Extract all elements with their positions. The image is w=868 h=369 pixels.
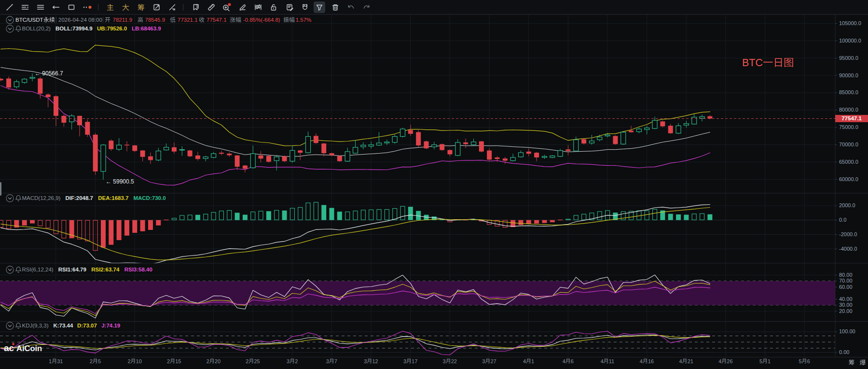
candle[interactable]	[101, 144, 106, 180]
lock-open-tool-button[interactable]	[268, 1, 279, 13]
alert-bell-icon[interactable]	[15, 25, 22, 32]
candle[interactable]	[274, 155, 279, 170]
candle[interactable]	[22, 78, 27, 84]
candle[interactable]	[132, 145, 137, 152]
collapse-chevron-icon[interactable]	[6, 322, 14, 330]
collapse-chevron-icon[interactable]	[6, 25, 14, 33]
candle[interactable]	[526, 148, 531, 156]
candle[interactable]	[503, 157, 508, 164]
rectangle-tool-button[interactable]	[66, 1, 77, 13]
candle[interactable]	[424, 141, 429, 149]
candle[interactable]	[621, 131, 626, 145]
candle[interactable]	[369, 142, 373, 148]
candle[interactable]	[85, 119, 90, 137]
candle[interactable]	[676, 123, 681, 134]
candle[interactable]	[581, 139, 586, 144]
candle[interactable]	[243, 165, 248, 172]
time-axis[interactable]: 1312521021522022532373123173223274146411…	[49, 358, 866, 366]
candle[interactable]	[471, 139, 476, 145]
candle[interactable]	[455, 139, 460, 156]
pen-tool-button[interactable]	[237, 1, 248, 13]
candle[interactable]	[250, 145, 255, 169]
candle[interactable]	[6, 76, 11, 89]
candle[interactable]	[432, 142, 437, 149]
candle[interactable]	[377, 132, 382, 146]
candle[interactable]	[77, 116, 82, 137]
candle[interactable]	[645, 126, 649, 134]
candle[interactable]	[400, 128, 405, 138]
candle[interactable]	[448, 150, 453, 156]
more-dots-tool-button[interactable]	[82, 1, 93, 13]
candle[interactable]	[574, 137, 579, 152]
candle[interactable]	[668, 124, 673, 134]
candle[interactable]	[487, 149, 492, 162]
candle[interactable]	[565, 145, 570, 155]
indicator-name[interactable]: KDJ(9,3,3)	[22, 322, 49, 329]
candlestick-chart[interactable]: 77547.1105000.0100000.095000.090000.0850…	[0, 0, 868, 369]
trash-tool-button[interactable]	[330, 1, 341, 13]
candle[interactable]	[290, 145, 295, 163]
horizontal-lines-tool-button[interactable]	[19, 1, 31, 13]
candle[interactable]	[298, 150, 303, 160]
candle[interactable]	[660, 120, 665, 127]
candle[interactable]	[345, 148, 350, 162]
zoom-plus-tool-button[interactable]	[221, 1, 233, 13]
bookmark-tool-button[interactable]	[190, 1, 202, 13]
kline-edit-tool-button[interactable]	[151, 1, 163, 13]
candle[interactable]	[227, 152, 232, 156]
candle[interactable]	[479, 141, 484, 153]
candle[interactable]	[203, 156, 208, 161]
candle[interactable]	[684, 121, 689, 128]
candle[interactable]	[636, 128, 641, 133]
candle[interactable]	[14, 80, 19, 88]
large-text-tool-button[interactable]	[120, 1, 131, 13]
candle[interactable]	[46, 93, 51, 107]
candle[interactable]	[140, 150, 145, 161]
candle[interactable]	[124, 141, 129, 151]
brush-line-tool-button[interactable]	[166, 1, 178, 13]
indicator-name[interactable]: RSI(6,12,24)	[22, 266, 54, 273]
candle[interactable]	[700, 114, 704, 121]
candle[interactable]	[613, 135, 618, 144]
candle[interactable]	[156, 148, 161, 161]
trend-line-tool-button[interactable]	[4, 1, 15, 13]
indicator-name[interactable]: BOLL(20,2)	[22, 25, 51, 32]
candle[interactable]	[179, 146, 184, 156]
candle[interactable]	[266, 155, 271, 163]
candle[interactable]	[416, 130, 421, 147]
candle[interactable]	[510, 154, 515, 161]
candle[interactable]	[109, 139, 113, 151]
candle[interactable]	[518, 151, 523, 158]
filter-tool-button[interactable]	[314, 1, 325, 13]
candle[interactable]	[321, 143, 326, 156]
candle[interactable]	[692, 114, 697, 125]
candle[interactable]	[30, 73, 35, 81]
undo-tool-button[interactable]	[345, 1, 357, 13]
candle[interactable]	[440, 143, 444, 151]
main-chart-tool-button[interactable]	[104, 1, 116, 13]
alert-bell-icon[interactable]	[15, 266, 22, 273]
compare-klines-tool-button[interactable]	[252, 1, 264, 13]
candle[interactable]	[361, 142, 366, 149]
candle[interactable]	[306, 131, 311, 153]
candle[interactable]	[314, 133, 318, 144]
candle[interactable]	[408, 125, 413, 136]
candle[interactable]	[211, 152, 216, 158]
candle[interactable]	[259, 151, 263, 163]
candle[interactable]	[589, 135, 594, 144]
candle[interactable]	[93, 133, 98, 175]
alert-bell-icon[interactable]	[15, 195, 22, 202]
candle[interactable]	[534, 152, 539, 161]
candle[interactable]	[195, 152, 200, 161]
candle[interactable]	[385, 140, 389, 145]
candle[interactable]	[330, 153, 334, 156]
alert-bell-icon[interactable]	[15, 322, 22, 329]
chips-tool-button[interactable]	[135, 1, 147, 13]
candle[interactable]	[219, 151, 224, 155]
candle[interactable]	[558, 149, 563, 157]
candle[interactable]	[282, 156, 287, 162]
note-edit-tool-button[interactable]	[284, 1, 295, 13]
candle[interactable]	[0, 78, 3, 81]
redo-tool-button[interactable]	[361, 1, 372, 13]
magnet-tool-button[interactable]	[299, 1, 311, 13]
